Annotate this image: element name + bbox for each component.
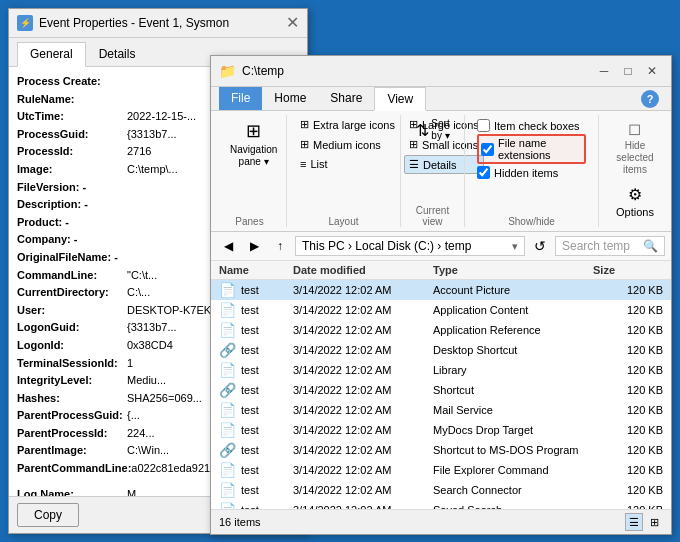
file-date: 3/14/2022 12:02 AM: [293, 324, 433, 336]
search-icon: 🔍: [643, 239, 658, 253]
ribbon-group-showhide: Item check boxes File name extensions Hi…: [469, 115, 599, 227]
file-name-cell: 📄 test: [219, 422, 293, 438]
file-icon: 📄: [219, 422, 235, 438]
file-name-extensions-checkbox[interactable]: [481, 143, 494, 156]
hidden-items-checkbox[interactable]: [477, 166, 490, 179]
file-icon: 📄: [219, 402, 235, 418]
hidden-items-row[interactable]: Hidden items: [477, 166, 586, 179]
list-icon: ≡: [300, 158, 306, 170]
search-box[interactable]: Search temp 🔍: [555, 236, 665, 256]
back-button[interactable]: ◀: [217, 235, 239, 257]
file-name: test: [241, 404, 259, 416]
table-row[interactable]: 📄 test 3/14/2022 12:02 AM Saved Search 1…: [211, 500, 671, 509]
column-size[interactable]: Size: [593, 264, 663, 276]
file-type: Account Picture: [433, 284, 593, 296]
path-dropdown-icon: ▾: [512, 240, 518, 253]
event-titlebar: ⚡ Event Properties - Event 1, Sysmon ✕: [9, 9, 307, 38]
table-row[interactable]: 🔗 test 3/14/2022 12:02 AM Shortcut 120 K…: [211, 380, 671, 400]
file-name: test: [241, 344, 259, 356]
file-name-cell: 📄 test: [219, 482, 293, 498]
refresh-button[interactable]: ↺: [529, 235, 551, 257]
column-date[interactable]: Date modified: [293, 264, 433, 276]
file-name: test: [241, 364, 259, 376]
file-name-extensions-label: File name extensions: [498, 137, 582, 161]
file-type: File Explorer Command: [433, 464, 593, 476]
maximize-button[interactable]: □: [617, 61, 639, 81]
ribbon: File Home Share View ? ⊞ Navigationpane …: [211, 87, 671, 232]
address-path[interactable]: This PC › Local Disk (C:) › temp ▾: [295, 236, 525, 256]
file-type: Shortcut: [433, 384, 593, 396]
path-text: This PC › Local Disk (C:) › temp: [302, 239, 471, 253]
ribbon-tab-view[interactable]: View: [374, 87, 426, 111]
minimize-button[interactable]: ─: [593, 61, 615, 81]
help-button[interactable]: ?: [641, 90, 659, 108]
file-date: 3/14/2022 12:02 AM: [293, 364, 433, 376]
file-size: 120 KB: [593, 424, 663, 436]
sort-by-button[interactable]: ⇅ Sortby ▾: [409, 115, 457, 145]
file-size: 120 KB: [593, 464, 663, 476]
hide-selected-button[interactable]: ◻ Hide selecteditems: [607, 119, 663, 176]
file-name-cell: 📄 test: [219, 302, 293, 318]
column-type[interactable]: Type: [433, 264, 593, 276]
up-button[interactable]: ↑: [269, 235, 291, 257]
ribbon-tab-file[interactable]: File: [219, 87, 262, 110]
ribbon-tab-home[interactable]: Home: [262, 87, 318, 110]
table-row[interactable]: 📄 test 3/14/2022 12:02 AM Mail Service 1…: [211, 400, 671, 420]
table-row[interactable]: 📄 test 3/14/2022 12:02 AM Library 120 KB: [211, 360, 671, 380]
table-row[interactable]: 📄 test 3/14/2022 12:02 AM Application Co…: [211, 300, 671, 320]
file-size: 120 KB: [593, 364, 663, 376]
large-icons-view-button[interactable]: ⊞: [645, 513, 663, 531]
sort-icon: ⇅: [416, 121, 429, 140]
file-icon: 📄: [219, 302, 235, 318]
file-name-cell: 📄 test: [219, 462, 293, 478]
close-button[interactable]: ✕: [641, 61, 663, 81]
table-row[interactable]: 🔗 test 3/14/2022 12:02 AM Desktop Shortc…: [211, 340, 671, 360]
explorer-window: 📁 C:\temp ─ □ ✕ File Home Share View ? ⊞…: [210, 55, 672, 535]
file-name-cell: 📄 test: [219, 282, 293, 298]
forward-button[interactable]: ▶: [243, 235, 265, 257]
file-icon: 🔗: [219, 342, 235, 358]
event-close-button[interactable]: ✕: [286, 15, 299, 31]
file-name-cell: 🔗 test: [219, 342, 293, 358]
options-icon: ⚙: [628, 185, 642, 204]
table-row[interactable]: 📄 test 3/14/2022 12:02 AM Account Pictur…: [211, 280, 671, 300]
extra-large-icons-btn[interactable]: ⊞ Extra large icons: [295, 115, 400, 134]
file-type: Shortcut to MS-DOS Program: [433, 444, 593, 456]
table-row[interactable]: 📄 test 3/14/2022 12:02 AM Application Re…: [211, 320, 671, 340]
column-name[interactable]: Name: [219, 264, 293, 276]
panes-group-label: Panes: [221, 216, 278, 227]
file-name: test: [241, 384, 259, 396]
file-date: 3/14/2022 12:02 AM: [293, 384, 433, 396]
file-name: test: [241, 424, 259, 436]
file-icon: 📄: [219, 482, 235, 498]
table-row[interactable]: 📄 test 3/14/2022 12:02 AM MyDocs Drop Ta…: [211, 420, 671, 440]
file-date: 3/14/2022 12:02 AM: [293, 424, 433, 436]
file-type: Application Reference: [433, 324, 593, 336]
file-date: 3/14/2022 12:02 AM: [293, 304, 433, 316]
medium-icons-btn[interactable]: ⊞ Medium icons: [295, 135, 400, 154]
current-view-group-label: Current view: [409, 205, 456, 227]
tab-details[interactable]: Details: [86, 42, 149, 66]
options-button[interactable]: ⚙ Options: [607, 180, 663, 223]
file-icon: 📄: [219, 322, 235, 338]
ribbon-tab-share[interactable]: Share: [318, 87, 374, 110]
table-row[interactable]: 📄 test 3/14/2022 12:02 AM Search Connect…: [211, 480, 671, 500]
item-checkboxes-checkbox[interactable]: [477, 119, 490, 132]
table-row[interactable]: 🔗 test 3/14/2022 12:02 AM Shortcut to MS…: [211, 440, 671, 460]
details-view-button[interactable]: ☰: [625, 513, 643, 531]
file-size: 120 KB: [593, 284, 663, 296]
file-icon: 🔗: [219, 382, 235, 398]
file-name: test: [241, 284, 259, 296]
item-checkboxes-row[interactable]: Item check boxes: [477, 119, 586, 132]
copy-button[interactable]: Copy: [17, 503, 79, 527]
file-type: Library: [433, 364, 593, 376]
list-btn[interactable]: ≡ List: [295, 155, 400, 173]
view-toggle: ☰ ⊞: [625, 513, 663, 531]
file-name-cell: 📄 test: [219, 362, 293, 378]
table-row[interactable]: 📄 test 3/14/2022 12:02 AM File Explorer …: [211, 460, 671, 480]
file-type: MyDocs Drop Target: [433, 424, 593, 436]
file-name-extensions-row[interactable]: File name extensions: [481, 137, 582, 161]
navigation-pane-button[interactable]: ⊞ Navigationpane ▾: [221, 115, 286, 173]
tab-general[interactable]: General: [17, 42, 86, 67]
file-date: 3/14/2022 12:02 AM: [293, 464, 433, 476]
